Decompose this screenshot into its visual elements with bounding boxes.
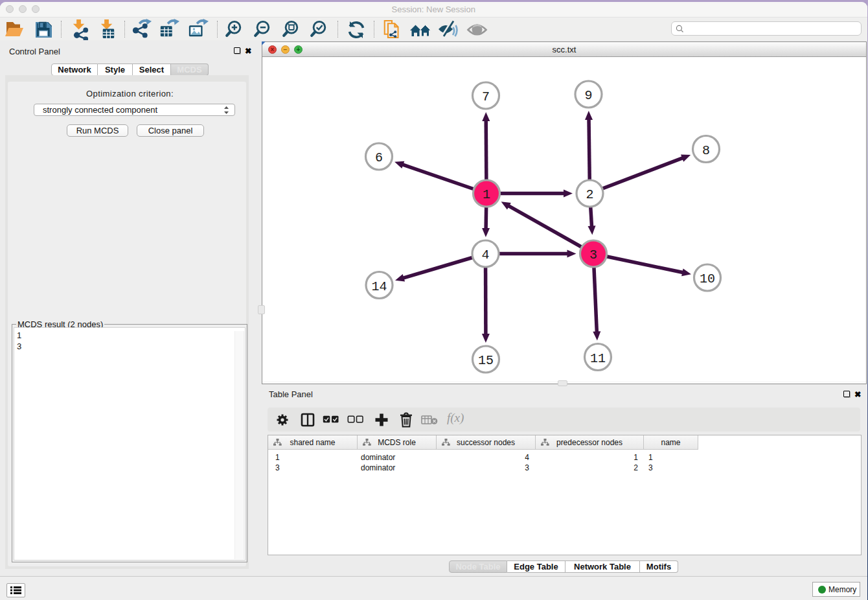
svg-text:7: 7 [482,89,490,104]
svg-text:3: 3 [589,248,597,262]
svg-text:8: 8 [702,143,710,158]
svg-text:6: 6 [375,150,383,165]
svg-text:10: 10 [700,271,715,286]
svg-text:14: 14 [371,279,387,294]
svg-text:2: 2 [586,187,593,202]
svg-text:4: 4 [481,248,489,262]
svg-text:11: 11 [590,351,606,366]
svg-text:1: 1 [483,187,490,202]
svg-text:9: 9 [584,88,592,103]
svg-text:15: 15 [478,353,494,368]
